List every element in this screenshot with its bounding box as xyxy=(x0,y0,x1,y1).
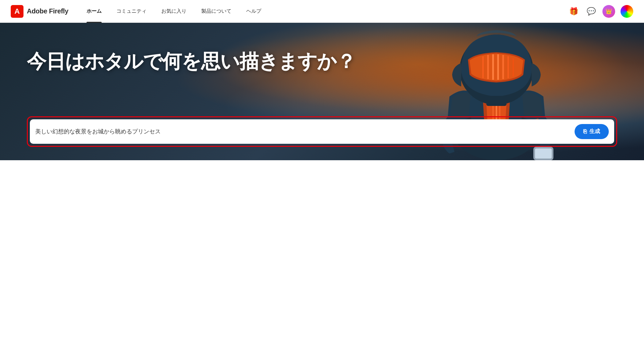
nav-item-home[interactable]: ホーム xyxy=(79,0,109,23)
nav-item-products[interactable]: 製品について xyxy=(194,0,239,23)
gift-button[interactable]: 🎁 xyxy=(568,5,580,17)
crown-icon: 👑 xyxy=(605,8,612,14)
main-content xyxy=(0,160,644,341)
comment-button[interactable]: 💬 xyxy=(585,5,597,17)
nav-item-favorites[interactable]: お気に入り xyxy=(154,0,194,23)
svg-rect-12 xyxy=(486,96,506,106)
user-avatar-rainbow[interactable] xyxy=(621,5,633,18)
search-input[interactable] xyxy=(35,128,571,135)
generate-label: 生成 xyxy=(589,128,600,135)
hero-title: 今日はホタルで何を思い描きますか？ xyxy=(27,50,356,73)
search-box: ⎘ 生成 xyxy=(30,119,614,144)
adobe-icon: A xyxy=(11,5,23,18)
generate-icon: ⎘ xyxy=(583,128,587,135)
main-header: A Adobe Firefly ホーム コミュニティ お気に入り 製品について … xyxy=(0,0,644,23)
adobe-letter: A xyxy=(14,7,20,16)
search-container: ⎘ 生成 xyxy=(27,116,617,147)
nav-item-community[interactable]: コミュニティ xyxy=(109,0,154,23)
user-avatar-crown[interactable]: 👑 xyxy=(602,5,615,18)
svg-rect-14 xyxy=(535,148,552,159)
gift-icon: 🎁 xyxy=(569,7,578,16)
hero-section: 今日はホタルで何を思い描きますか？ ⎘ 生成 xyxy=(0,23,644,160)
header-actions: 🎁 💬 👑 xyxy=(568,5,633,18)
generate-button[interactable]: ⎘ 生成 xyxy=(575,124,609,139)
brand-logo[interactable]: A Adobe Firefly xyxy=(11,5,68,18)
brand-name: Adobe Firefly xyxy=(27,7,68,15)
comment-icon: 💬 xyxy=(587,7,596,16)
main-nav: ホーム コミュニティ お気に入り 製品について ヘルプ xyxy=(79,0,568,23)
search-highlight-border: ⎘ 生成 xyxy=(27,116,617,147)
nav-item-help[interactable]: ヘルプ xyxy=(239,0,269,23)
